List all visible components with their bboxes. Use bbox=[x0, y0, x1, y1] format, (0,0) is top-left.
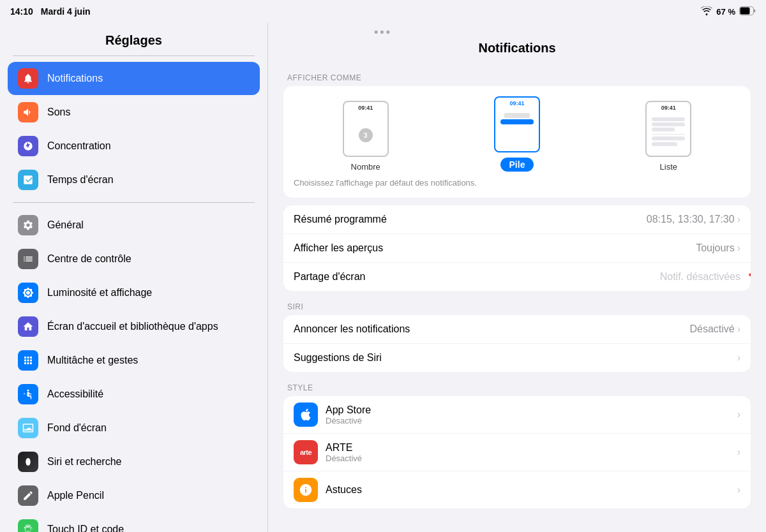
ecran-accueil-icon bbox=[18, 316, 38, 337]
pile-time: 09:41 bbox=[509, 100, 524, 107]
siri-label: SIRI bbox=[283, 293, 751, 315]
suggestions-value: › bbox=[737, 352, 740, 364]
sidebar-item-apple-pencil[interactable]: Apple Pencil bbox=[8, 479, 260, 512]
liste-time: 09:41 bbox=[661, 105, 676, 111]
sidebar-item-luminosite[interactable]: Luminosité et affichage bbox=[8, 276, 260, 309]
status-date: Mardi 4 juin bbox=[41, 6, 91, 17]
svg-rect-1 bbox=[740, 7, 750, 14]
option-pile[interactable]: 09:41 Pile bbox=[494, 96, 540, 172]
afficher-comme-label: AFFICHER COMME bbox=[283, 64, 751, 86]
sidebar-item-accessibilite[interactable]: Accessibilité bbox=[8, 378, 260, 411]
astuces-info: Astuces bbox=[326, 484, 730, 496]
temps-ecran-label: Temps d'écran bbox=[47, 174, 114, 186]
sidebar-item-touch-id[interactable]: Touch ID et code bbox=[8, 513, 260, 532]
option-nombre[interactable]: 09:41 3 Nombre bbox=[343, 101, 389, 172]
sidebar-item-temps-ecran[interactable]: Temps d'écran bbox=[8, 163, 260, 196]
sidebar: Réglages Notifications Sons bbox=[0, 0, 268, 532]
sons-label: Sons bbox=[47, 107, 70, 118]
accessibilite-label: Accessibilité bbox=[47, 388, 103, 400]
fond-ecran-label: Fond d'écran bbox=[47, 422, 107, 434]
main-header: ••• bbox=[268, 23, 766, 38]
luminosite-icon bbox=[18, 283, 38, 303]
main-content: AFFICHER COMME 09:41 3 Nombre 09:41 bbox=[268, 64, 766, 508]
resume-row[interactable]: Résumé programmé 08:15, 13:30, 17:30 › bbox=[283, 205, 751, 234]
liste-frame: 09:41 bbox=[645, 101, 691, 157]
settings-rows: Résumé programmé 08:15, 13:30, 17:30 › A… bbox=[283, 205, 751, 291]
nombre-frame: 09:41 3 bbox=[343, 101, 389, 157]
annoncer-row[interactable]: Annoncer les notifications Désactivé › bbox=[283, 315, 751, 344]
nombre-label: Nombre bbox=[351, 162, 380, 172]
resume-chevron: › bbox=[737, 214, 740, 225]
sidebar-item-ecran-accueil[interactable]: Écran d'accueil et bibliothèque d'apps bbox=[8, 310, 260, 343]
display-options: 09:41 3 Nombre 09:41 bbox=[294, 96, 740, 172]
suggestions-chevron: › bbox=[737, 352, 740, 364]
app-store-info: App Store Désactivé bbox=[326, 404, 730, 425]
concentration-label: Concentration bbox=[47, 140, 111, 152]
temps-ecran-icon bbox=[18, 170, 38, 190]
option-liste[interactable]: 09:41 Liste bbox=[645, 101, 691, 172]
sidebar-item-sons[interactable]: Sons bbox=[8, 96, 260, 129]
fond-ecran-icon bbox=[18, 418, 38, 438]
sons-icon bbox=[18, 102, 38, 122]
status-time: 14:10 bbox=[10, 6, 33, 17]
wifi-icon bbox=[701, 6, 712, 17]
general-label: Général bbox=[47, 219, 84, 231]
touch-id-icon bbox=[18, 519, 38, 532]
apple-pencil-icon bbox=[18, 485, 38, 506]
siri-card: Annoncer les notifications Désactivé › S… bbox=[283, 315, 751, 372]
apple-pencil-label: Apple Pencil bbox=[47, 490, 104, 501]
astuces-row[interactable]: Astuces › bbox=[283, 471, 751, 508]
multitache-icon bbox=[18, 350, 38, 371]
partage-label: Partage d'écran bbox=[294, 271, 365, 283]
sidebar-item-concentration[interactable]: Concentration bbox=[8, 129, 260, 163]
style-section-label: STYLE bbox=[283, 374, 751, 396]
arte-chevron: › bbox=[737, 447, 740, 458]
pile-badge: Pile bbox=[500, 158, 534, 172]
app-store-row[interactable]: App Store Désactivé › bbox=[283, 396, 751, 434]
accessibilite-icon bbox=[18, 384, 38, 404]
nombre-time: 09:41 bbox=[358, 105, 373, 111]
dots-icon: ••• bbox=[374, 26, 392, 39]
astuces-chevron: › bbox=[737, 484, 740, 496]
suggestions-row[interactable]: Suggestions de Siri › bbox=[283, 344, 751, 372]
siri-icon bbox=[18, 452, 38, 472]
centre-controle-icon bbox=[18, 249, 38, 269]
svg-point-3 bbox=[26, 458, 31, 466]
partage-value: Notif. désactivées bbox=[660, 271, 740, 283]
resume-label: Résumé programmé bbox=[294, 214, 387, 225]
sidebar-item-multitache[interactable]: Multitâche et gestes bbox=[8, 344, 260, 377]
status-bar: 14:10 Mardi 4 juin 67 % bbox=[0, 0, 766, 23]
arte-status: Désactivé bbox=[326, 454, 730, 463]
touch-id-label: Touch ID et code bbox=[47, 524, 124, 532]
annoncer-label: Annoncer les notifications bbox=[294, 323, 410, 335]
sidebar-item-fond-ecran[interactable]: Fond d'écran bbox=[8, 411, 260, 445]
app-store-name: App Store bbox=[326, 404, 730, 416]
sidebar-item-siri[interactable]: Siri et recherche bbox=[8, 445, 260, 478]
annoncer-chevron: › bbox=[737, 323, 740, 335]
general-icon bbox=[18, 215, 38, 235]
apercus-row[interactable]: Afficher les aperçus Toujours › bbox=[283, 234, 751, 263]
settings-card-main: Résumé programmé 08:15, 13:30, 17:30 › A… bbox=[283, 205, 751, 291]
svg-point-2 bbox=[27, 390, 29, 392]
luminosite-label: Luminosité et affichage bbox=[47, 287, 152, 299]
arte-row[interactable]: arte ARTE Désactivé › bbox=[283, 434, 751, 471]
main-panel: ••• Notifications AFFICHER COMME 09:41 3… bbox=[268, 0, 766, 532]
sidebar-item-notifications[interactable]: Notifications bbox=[8, 62, 260, 95]
ecran-accueil-label: Écran d'accueil et bibliothèque d'apps bbox=[47, 321, 218, 332]
display-hint: Choisissez l'affichage par défaut des no… bbox=[294, 178, 740, 188]
sidebar-title: Réglages bbox=[0, 23, 267, 55]
battery-text: 67 % bbox=[716, 7, 735, 17]
liste-label: Liste bbox=[660, 162, 677, 172]
arte-icon: arte bbox=[294, 440, 318, 464]
sidebar-main-section: Général Centre de contrôle Luminosité et… bbox=[0, 203, 267, 532]
sidebar-item-centre-controle[interactable]: Centre de contrôle bbox=[8, 242, 260, 276]
sidebar-item-general[interactable]: Général bbox=[8, 209, 260, 242]
partage-row[interactable]: Partage d'écran Notif. désactivées bbox=[283, 263, 751, 291]
apercus-chevron: › bbox=[737, 242, 740, 254]
apercus-label: Afficher les aperçus bbox=[294, 242, 383, 254]
sidebar-top-section: Notifications Sons Concentration bbox=[0, 56, 267, 202]
main-title: Notifications bbox=[268, 38, 766, 64]
resume-value: 08:15, 13:30, 17:30 › bbox=[647, 214, 740, 225]
siri-label: Siri et recherche bbox=[47, 456, 122, 468]
afficher-comme-card: 09:41 3 Nombre 09:41 bbox=[283, 86, 751, 198]
